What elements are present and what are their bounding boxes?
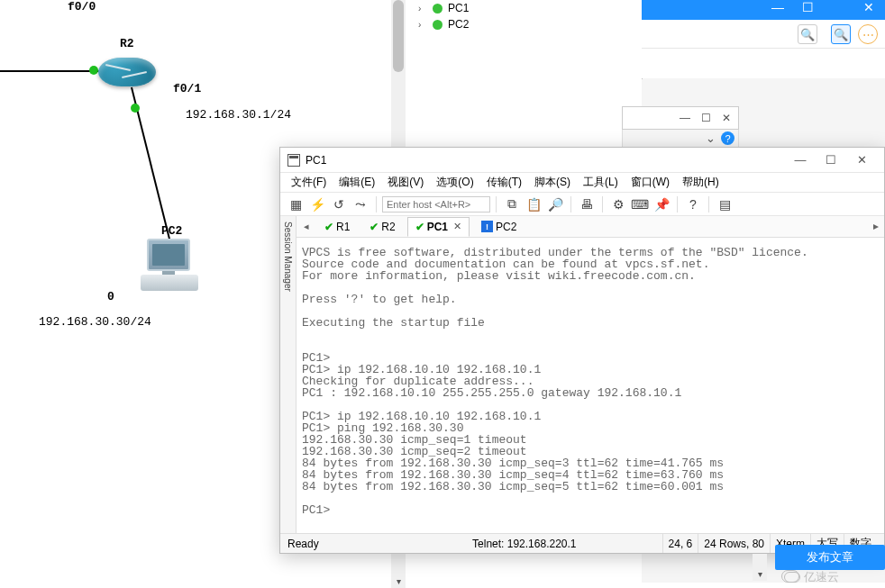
device-row[interactable]: › PC2	[406, 16, 642, 32]
chevron-down-icon[interactable]: ⌄	[706, 131, 716, 145]
status-size: 24 Rows, 80	[698, 534, 770, 553]
scroll-down-icon[interactable]: ▾	[391, 574, 406, 588]
status-ready: Ready	[287, 538, 387, 550]
tool-quick-icon[interactable]: ⚡	[307, 195, 327, 213]
menu-window[interactable]: 窗口(W)	[631, 175, 670, 190]
menu-file[interactable]: 文件(F)	[291, 175, 326, 190]
console-output[interactable]: VPCS is free software, distributed under…	[297, 238, 884, 533]
watermark-text: 亿速云	[804, 569, 839, 585]
status-cursor: 24, 6	[662, 534, 698, 553]
check-icon: ✔	[324, 221, 333, 233]
scroll-down-icon[interactable]: ▾	[753, 566, 767, 581]
tool-reconnect-icon[interactable]: ↺	[329, 195, 349, 213]
device-row[interactable]: › PC1	[406, 0, 642, 16]
side-vscroll[interactable]: ▾	[753, 554, 767, 581]
tab-pc1[interactable]: ✔ PC1 ✕	[407, 217, 470, 237]
publish-button[interactable]: 发布文章	[775, 545, 885, 570]
bg-minimize-icon[interactable]: —	[771, 0, 784, 14]
back-window-titlebar: — ☐ ✕	[622, 106, 739, 130]
back-minimize-icon[interactable]: —	[680, 112, 690, 124]
search-icon[interactable]: 🔍	[798, 24, 817, 44]
subnet-label: 192.168.30.30/24	[39, 315, 151, 329]
session-manager-label: Session Manager	[283, 222, 293, 292]
watermark: 亿速云	[784, 569, 839, 585]
pc-icon[interactable]	[141, 239, 198, 293]
bg-maximize-icon[interactable]: ☐	[802, 0, 814, 14]
tool-pin-icon[interactable]: 📌	[652, 195, 671, 213]
more-icon[interactable]: ⋯	[858, 24, 878, 44]
status-dot-icon	[433, 4, 442, 14]
terminal-toolbar: ▦ ⚡ ↺ ⤳ ⧉ 📋 🔎 🖶 ⚙ ⌨ 📌 ? ▤	[280, 193, 884, 216]
caret-right-icon: ›	[418, 4, 427, 14]
tab-r2[interactable]: ✔ R2	[361, 217, 403, 237]
bg-close-icon[interactable]: ✕	[863, 0, 874, 14]
menu-help[interactable]: 帮助(H)	[682, 175, 719, 190]
subnet-label: 192.168.30.1/24	[186, 108, 291, 122]
back-maximize-icon[interactable]: ☐	[701, 112, 711, 124]
status-telnet: Telnet: 192.168.220.1	[387, 538, 662, 550]
terminal-window: PC1 — ☐ ✕ 文件(F) 编辑(E) 视图(V) 选项(O) 传输(T) …	[279, 147, 885, 554]
help-icon[interactable]: ?	[721, 131, 734, 145]
tool-disconnect-icon[interactable]: ⤳	[351, 195, 370, 213]
tabs-scroll-left-icon[interactable]: ◂	[300, 221, 313, 232]
port-label: 0	[107, 290, 114, 303]
link-line	[0, 70, 99, 72]
tool-find-icon[interactable]: 🔎	[545, 195, 565, 213]
tool-keyboard-icon[interactable]: ⌨	[630, 195, 650, 213]
device-label: PC2	[448, 18, 469, 31]
router-label: R2	[120, 37, 134, 50]
interface-label: f0/0	[68, 0, 96, 14]
scrollbar-thumb[interactable]	[393, 0, 404, 72]
terminal-menubar: 文件(F) 编辑(E) 视图(V) 选项(O) 传输(T) 脚本(S) 工具(L…	[280, 173, 884, 193]
router-icon[interactable]	[98, 58, 156, 86]
cloud-logo-icon	[784, 572, 800, 583]
tab-label: R2	[381, 221, 395, 233]
terminal-title: PC1	[306, 154, 326, 167]
session-tabs: ◂ ✔ R1 ✔ R2 ✔ PC1 ✕ ! PC2 ◂	[297, 216, 884, 238]
tab-close-icon[interactable]: ✕	[453, 221, 461, 232]
interface-label: f0/1	[173, 82, 201, 95]
menu-script[interactable]: 脚本(S)	[534, 175, 570, 190]
port-status-dot	[131, 104, 140, 113]
terminal-titlebar[interactable]: PC1 — ☐ ✕	[280, 148, 884, 173]
bg-window-titlebar	[642, 0, 885, 20]
host-input[interactable]	[382, 196, 490, 213]
pc-label: PC2	[161, 224, 182, 238]
menu-transfer[interactable]: 传输(T)	[487, 175, 522, 190]
tabs-scroll-right-icon[interactable]: ◂	[873, 220, 879, 232]
port-status-dot	[89, 66, 98, 75]
tab-r1[interactable]: ✔ R1	[316, 217, 358, 237]
tool-help-icon[interactable]: ?	[683, 195, 703, 213]
warn-icon: !	[481, 221, 493, 232]
close-button[interactable]: ✕	[846, 153, 877, 167]
menu-view[interactable]: 视图(V)	[388, 175, 424, 190]
device-label: PC1	[448, 2, 469, 14]
terminal-app-icon	[287, 154, 300, 167]
tab-label: PC1	[427, 221, 448, 233]
menu-tools[interactable]: 工具(L)	[583, 175, 618, 190]
tool-print-icon[interactable]: 🖶	[577, 195, 597, 213]
tab-pc2[interactable]: ! PC2	[473, 217, 525, 237]
minimize-button[interactable]: —	[785, 153, 816, 167]
menu-edit[interactable]: 编辑(E)	[339, 175, 375, 190]
back-close-icon[interactable]: ✕	[722, 112, 731, 124]
back-window-help-bar: ⌄ ?	[622, 130, 739, 148]
check-icon: ✔	[415, 221, 424, 233]
menu-options[interactable]: 选项(O)	[436, 175, 473, 190]
maximize-button[interactable]: ☐	[816, 153, 846, 167]
check-icon: ✔	[370, 221, 379, 233]
tool-settings-icon[interactable]: ⚙	[608, 195, 628, 213]
status-dot-icon	[433, 20, 442, 30]
search-active-icon[interactable]: 🔍	[831, 24, 851, 44]
tab-label: R1	[336, 221, 350, 233]
tool-connect-icon[interactable]: ▦	[286, 195, 306, 213]
tool-extra-icon[interactable]: ▤	[715, 195, 734, 213]
session-manager-tab[interactable]: Session Manager	[280, 216, 297, 533]
caret-right-icon: ›	[418, 20, 427, 30]
tab-label: PC2	[496, 221, 516, 233]
tool-paste-icon[interactable]: 📋	[524, 195, 543, 213]
tool-copy-icon[interactable]: ⧉	[502, 195, 522, 213]
